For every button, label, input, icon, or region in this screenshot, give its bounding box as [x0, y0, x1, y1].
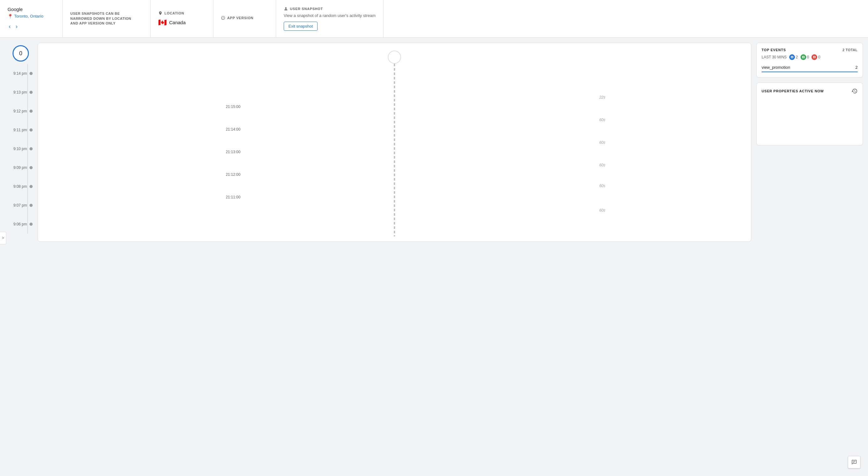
timeline-track: 9:14 pm 9:13 pm 9:12 pm 9:11 pm 9:10 pm: [5, 64, 33, 234]
google-title: Google: [7, 7, 55, 12]
badge-circle-green: [801, 54, 806, 60]
main-content: 0 9:14 pm 9:13 pm 9:12 pm 9:11 pm: [0, 38, 868, 247]
time-label: 21:12:00: [226, 172, 240, 177]
snapshot-info-section: USER SNAPSHOTS CAN BE NARROWED DOWN BY L…: [63, 0, 151, 37]
top-events-card: TOP EVENTS 2 TOTAL LAST 30 MINS 2 0: [756, 43, 863, 78]
event-count: 2: [856, 65, 858, 70]
google-section: Google 📍 Toronto, Ontario ‹ ›: [0, 0, 63, 37]
timeline-time-label: 9:14 pm: [5, 71, 27, 76]
badge-green: 0: [801, 54, 809, 60]
badge-green-count: 0: [807, 55, 809, 59]
location-icon: [158, 11, 162, 16]
event-row: view_promotion 2: [762, 63, 858, 72]
user-snapshot-title: USER SNAPSHOT: [284, 7, 376, 11]
duration-label: 60s: [599, 140, 605, 145]
total-badge: 2 TOTAL: [843, 48, 858, 52]
timeline-item: 9:06 pm: [5, 215, 33, 234]
snapshot-info-text: USER SNAPSHOTS CAN BE NARROWED DOWN BY L…: [70, 11, 140, 26]
timeline-dot: [30, 166, 33, 169]
badge-orange: 0: [811, 54, 820, 60]
user-properties-card: USER PROPERTIES ACTIVE NOW: [756, 83, 863, 145]
timeline-items: 9:14 pm 9:13 pm 9:12 pm 9:11 pm 9:10 pm: [5, 64, 33, 234]
top-events-title: TOP EVENTS: [762, 48, 786, 52]
time-label: 21:14:00: [226, 127, 240, 131]
duration-label: 60s: [599, 208, 605, 213]
duration-label: 60s: [599, 184, 605, 188]
timeline-time-label: 9:07 pm: [5, 203, 27, 208]
badge-circle-orange: [811, 54, 817, 60]
location-section: LOCATION 🇨🇦 Canada: [151, 0, 213, 37]
nav-arrows: ‹ ›: [7, 22, 55, 31]
stream-dashed-line: [394, 64, 395, 236]
user-snapshot-icon: [284, 7, 288, 11]
badge-blue-count: 2: [796, 55, 798, 59]
center-panel: 21:15:0021:14:0021:13:0021:12:0021:11:00…: [38, 43, 751, 242]
timeline-item: 9:11 pm: [5, 121, 33, 140]
timeline-time-label: 9:12 pm: [5, 109, 27, 113]
timeline-item: 9:08 pm: [5, 177, 33, 196]
event-name: view_promotion: [762, 65, 790, 70]
badge-blue: 2: [789, 54, 798, 60]
timeline-time-label: 9:09 pm: [5, 166, 27, 170]
timeline-dot: [30, 91, 33, 94]
history-icon[interactable]: [851, 88, 858, 94]
user-snapshot-section: USER SNAPSHOT View a snapshot of a rando…: [276, 0, 383, 37]
timeline-dot: [30, 222, 33, 226]
timeline-item: 9:12 pm: [5, 102, 33, 121]
app-version-icon: [221, 16, 225, 20]
app-version-section: APP VERSION: [213, 0, 276, 37]
event-type-row: LAST 30 MINS 2 0 0: [762, 54, 858, 60]
sidebar-toggle-button[interactable]: >: [0, 232, 6, 244]
timeline-time-label: 9:10 pm: [5, 147, 27, 151]
next-arrow-button[interactable]: ›: [14, 22, 19, 31]
flag-icon: 🇨🇦: [158, 19, 167, 27]
timeline-dot: [30, 204, 33, 207]
country-row: 🇨🇦 Canada: [158, 19, 206, 27]
timeline-time-label: 9:11 pm: [5, 128, 27, 132]
timeline-dot: [30, 72, 33, 75]
badge-orange-count: 0: [818, 55, 820, 59]
timeline-item: 9:13 pm: [5, 83, 33, 102]
timeline-wrapper: 0 9:14 pm 9:13 pm 9:12 pm 9:11 pm: [5, 45, 33, 234]
timeline-dot: [30, 185, 33, 188]
timeline-dot: [30, 147, 33, 150]
timeline-dot: [30, 110, 33, 113]
feedback-button[interactable]: [848, 456, 861, 469]
duration-label: 60s: [599, 118, 605, 122]
activity-stream: 21:15:0021:14:0021:13:0021:12:0021:11:00…: [43, 48, 746, 236]
location-pin-icon: 📍: [7, 14, 13, 19]
timeline-dot: [30, 128, 33, 131]
duration-label: 60s: [599, 163, 605, 167]
prev-arrow-button[interactable]: ‹: [7, 22, 12, 31]
location-row: 📍 Toronto, Ontario: [7, 14, 55, 19]
time-label: 21:13:00: [226, 150, 240, 154]
badge-circle-blue: [789, 54, 795, 60]
stream-top-circle: [388, 51, 401, 64]
timeline-item: 9:14 pm: [5, 64, 33, 83]
country-name: Canada: [169, 20, 186, 25]
time-label: 21:11:00: [226, 195, 240, 199]
app-version-title: APP VERSION: [221, 16, 268, 20]
timeline-time-label: 9:06 pm: [5, 222, 27, 227]
timeline-item: 9:10 pm: [5, 140, 33, 158]
timeline-item: 9:07 pm: [5, 196, 33, 215]
props-header-row: USER PROPERTIES ACTIVE NOW: [762, 88, 858, 94]
timeline-time-label: 9:13 pm: [5, 90, 27, 94]
top-events-header: TOP EVENTS 2 TOTAL: [762, 48, 858, 52]
location-section-title: LOCATION: [158, 11, 206, 16]
counter-circle: 0: [12, 45, 29, 62]
last-mins-label: LAST 30 MINS: [762, 55, 787, 59]
duration-label: 22s: [599, 95, 605, 99]
timeline-item: 9:09 pm: [5, 158, 33, 177]
right-panel: TOP EVENTS 2 TOTAL LAST 30 MINS 2 0: [756, 43, 863, 145]
left-panel: 0 9:14 pm 9:13 pm 9:12 pm 9:11 pm: [5, 43, 33, 234]
exit-snapshot-button[interactable]: Exit snapshot: [284, 22, 317, 31]
timeline-time-label: 9:08 pm: [5, 184, 27, 189]
time-label: 21:15:00: [226, 105, 240, 109]
snapshot-desc: View a snapshot of a random user's activ…: [284, 13, 376, 19]
location-label: Toronto, Ontario: [14, 14, 43, 19]
top-bar: Google 📍 Toronto, Ontario ‹ › USER SNAPS…: [0, 0, 868, 38]
user-properties-title: USER PROPERTIES ACTIVE NOW: [762, 89, 824, 93]
feedback-icon: [851, 459, 857, 465]
